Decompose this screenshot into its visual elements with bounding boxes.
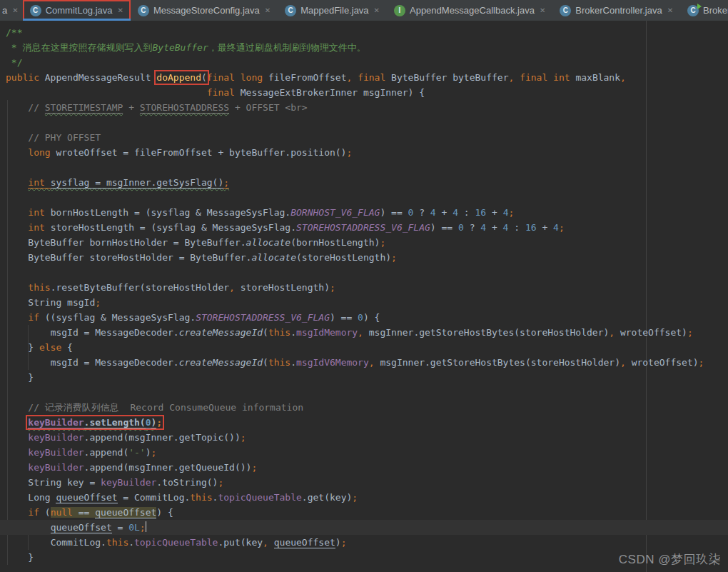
code-line: String msgId; bbox=[0, 295, 728, 310]
code-token: , bbox=[229, 282, 241, 293]
code-token: this bbox=[106, 537, 128, 548]
code-token: 0 bbox=[358, 312, 363, 323]
code-token: . bbox=[290, 357, 296, 368]
code-token: .append(msgInner.getQueueId()) bbox=[84, 462, 252, 473]
code-token bbox=[6, 477, 28, 488]
code-token bbox=[6, 237, 28, 248]
code-token: ; bbox=[352, 492, 358, 503]
code-token bbox=[6, 417, 28, 428]
code-token bbox=[6, 147, 28, 158]
code-line: ByteBuffer storeHostHolder = ByteBuffer.… bbox=[0, 250, 728, 265]
code-token: (storeHostLength) bbox=[296, 252, 391, 263]
code-token bbox=[6, 462, 28, 473]
code-token: final int bbox=[520, 72, 575, 83]
code-token: wroteOffset) bbox=[620, 327, 687, 338]
code-token: ByteBuffer byteBuffer bbox=[391, 72, 508, 83]
code-token: this bbox=[268, 357, 290, 368]
code-token: ) bbox=[335, 537, 341, 548]
code-line: keyBuilder.append('-'); bbox=[0, 445, 728, 460]
code-token: Long bbox=[28, 492, 56, 503]
code-token: ) bbox=[146, 447, 151, 458]
close-icon[interactable]: ✕ bbox=[374, 6, 380, 14]
code-token: keyBuilder bbox=[28, 462, 84, 473]
code-token: long bbox=[28, 147, 56, 158]
tab-label: BrokerController.java bbox=[575, 5, 662, 16]
code-token: , bbox=[263, 537, 274, 548]
tab-BrokerController.java[interactable]: CBrokerController.java✕ bbox=[552, 0, 680, 21]
code-token: ? bbox=[464, 222, 480, 233]
code-token: ((sysflag & MessageSysFlag. bbox=[45, 312, 196, 323]
code-token: STOREHOSTADDRESS_V6_FLAG bbox=[296, 222, 430, 233]
code-line: int storeHostLength = (sysflag & Message… bbox=[0, 220, 728, 235]
class-icon: C bbox=[138, 5, 149, 16]
code-token: ; bbox=[218, 477, 223, 488]
tab-label: MessageStoreConfig.java bbox=[153, 5, 260, 16]
close-icon[interactable]: ✕ bbox=[265, 6, 271, 14]
code-token: this bbox=[28, 282, 50, 293]
code-line: CommitLog.this.topicQueueTable.put(key, … bbox=[0, 535, 728, 550]
tab-MappedFile.java[interactable]: CMappedFile.java✕ bbox=[278, 0, 387, 21]
code-line: if (null == queueOffset) { bbox=[0, 505, 728, 520]
code-token: . bbox=[128, 537, 134, 548]
tab-MessageStoreConfig.java[interactable]: CMessageStoreConfig.java✕ bbox=[131, 0, 278, 21]
code-token: STORETIMESTAMP bbox=[45, 102, 123, 114]
code-line: /** bbox=[0, 25, 728, 40]
code-line: String key = keyBuilder.toString(); bbox=[0, 475, 728, 490]
code-token: ; bbox=[95, 297, 101, 308]
code-token: , bbox=[358, 327, 369, 338]
code-line: int sysflag = msgInner.getSysFlag(); bbox=[0, 175, 728, 190]
code-token: ) { bbox=[156, 507, 173, 518]
watermark: CSDN @梦回玖柒 bbox=[619, 551, 721, 568]
tab-label: MappedFile.java bbox=[300, 5, 368, 16]
code-token: ( bbox=[45, 507, 51, 518]
code-line: // STORETIMESTAMP + STOREHOSTADDRESS + O… bbox=[0, 100, 728, 115]
code-token: } bbox=[6, 342, 39, 353]
code-token: // PHY OFFSET bbox=[28, 132, 101, 143]
code-token: msgIdV6Memory bbox=[296, 357, 369, 368]
code-token: == bbox=[73, 507, 95, 518]
close-icon[interactable]: ✕ bbox=[118, 6, 123, 14]
code-token: int bbox=[28, 222, 50, 233]
code-token: .append(msgInner.getTopic()) bbox=[84, 432, 241, 443]
tab-a[interactable]: a✕ bbox=[0, 0, 23, 21]
code-token: ，最终通过刷盘机制刷到物理文件中。 bbox=[208, 42, 366, 53]
tab-CommitLog.java[interactable]: CCommitLog.java✕ bbox=[23, 0, 131, 21]
close-icon[interactable]: ✕ bbox=[12, 6, 18, 14]
editor[interactable]: /** * 消息在这里按照存储规则写入到ByteBuffer，最终通过刷盘机制刷… bbox=[0, 21, 728, 572]
code-token: 0L bbox=[128, 522, 140, 533]
code-token bbox=[6, 132, 28, 143]
code-token bbox=[6, 177, 28, 188]
code-token: ; bbox=[346, 147, 352, 158]
close-icon[interactable]: ✕ bbox=[540, 6, 545, 14]
code-token: ; bbox=[140, 522, 146, 533]
code-token: , bbox=[620, 357, 632, 368]
code-token: CommitLog. bbox=[51, 537, 106, 548]
code-token: 4 bbox=[480, 222, 486, 233]
code-token: = CommitLog. bbox=[118, 492, 191, 503]
code-token: { bbox=[67, 342, 73, 353]
tab-AppendMessageCallback.java[interactable]: IAppendMessageCallback.java✕ bbox=[387, 0, 552, 21]
code-line: msgId = MessageDecoder.createMessageId(t… bbox=[0, 355, 728, 370]
code-token: .setLength( bbox=[84, 417, 146, 428]
code-token: null bbox=[51, 507, 73, 518]
code-token: STOREHOSTADDRESS bbox=[140, 102, 229, 114]
code-token: .put(key bbox=[218, 537, 263, 548]
code-token: 0 bbox=[458, 222, 464, 233]
tab-label: a bbox=[2, 5, 7, 16]
code-token: keyBuilder bbox=[28, 417, 84, 428]
code-token: allocate bbox=[246, 237, 291, 248]
code-token: } bbox=[6, 552, 34, 563]
code-token: ; bbox=[559, 222, 565, 233]
code-line: // PHY OFFSET bbox=[0, 130, 728, 145]
close-icon[interactable]: ✕ bbox=[667, 6, 673, 14]
class-icon: C bbox=[285, 5, 296, 16]
code-token: String key = bbox=[28, 477, 101, 488]
tab-BrokerStartup.java[interactable]: CBrokerStartup.java✕ bbox=[680, 0, 728, 21]
code-token: 4 bbox=[430, 207, 436, 218]
code-token: sysflag = msgInner.getSysFlag() bbox=[51, 177, 224, 189]
code-token: 4 bbox=[453, 207, 458, 218]
code-token: final bbox=[207, 87, 241, 98]
code-token: ( bbox=[263, 327, 268, 338]
code-token: + bbox=[486, 207, 502, 218]
code-token: ) == bbox=[380, 207, 408, 218]
